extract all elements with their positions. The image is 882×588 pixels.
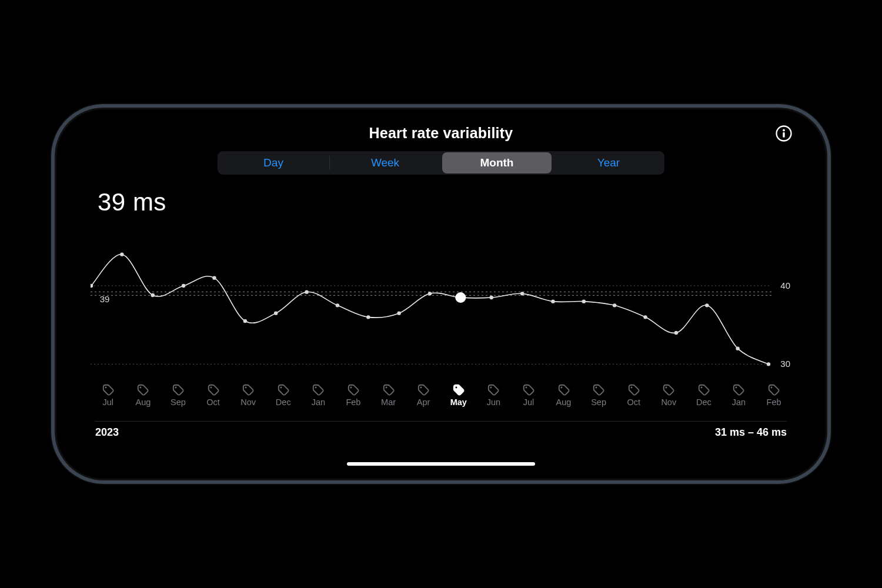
tag-icon — [312, 383, 325, 396]
svg-point-22 — [630, 387, 632, 389]
svg-point-1 — [783, 129, 785, 132]
time-range-segmented-control[interactable]: DayWeekMonthYear — [218, 151, 664, 175]
tag-icon — [136, 383, 149, 396]
svg-point-23 — [666, 387, 667, 389]
svg-point-10 — [210, 387, 212, 389]
data-point — [674, 331, 678, 335]
segment-day[interactable]: Day — [218, 151, 329, 175]
svg-point-11 — [245, 387, 247, 389]
svg-rect-2 — [783, 132, 784, 138]
tag-icon — [592, 383, 605, 396]
data-point — [767, 362, 770, 366]
svg-point-13 — [315, 387, 317, 389]
x-axis-item[interactable]: Nov — [652, 383, 687, 414]
x-axis-item[interactable]: Dec — [686, 383, 721, 414]
x-axis-label: Aug — [556, 397, 572, 407]
tag-icon — [382, 383, 395, 396]
x-axis-label: Sep — [171, 397, 186, 407]
svg-point-18 — [490, 387, 492, 389]
x-axis-label: Mar — [381, 397, 396, 407]
segment-label: Week — [371, 156, 399, 169]
tag-icon — [207, 383, 220, 396]
x-axis-item[interactable]: Aug — [546, 383, 582, 414]
x-axis-item[interactable]: Dec — [266, 383, 301, 414]
segment-week[interactable]: Week — [329, 151, 441, 175]
y-tick-label: 30 — [780, 359, 790, 369]
data-point — [705, 303, 709, 307]
x-axis-item[interactable]: Sep — [161, 383, 196, 414]
x-axis-item[interactable]: Jul — [91, 383, 126, 414]
segment-year[interactable]: Year — [553, 151, 664, 175]
info-button[interactable] — [775, 125, 793, 142]
home-indicator[interactable] — [347, 462, 535, 466]
svg-point-26 — [771, 387, 773, 389]
data-point — [736, 346, 739, 350]
x-axis-label: Jan — [732, 397, 746, 407]
x-axis-label: Dec — [276, 397, 291, 407]
svg-point-9 — [175, 387, 176, 389]
data-point — [582, 299, 586, 303]
svg-point-7 — [105, 387, 106, 389]
data-point — [490, 296, 493, 299]
tag-icon — [627, 383, 640, 396]
baseline-label: 39 — [100, 294, 110, 304]
segment-label: Month — [480, 156, 514, 169]
data-point — [151, 293, 155, 297]
data-point — [243, 319, 247, 323]
data-point — [551, 299, 554, 303]
tag-icon — [767, 383, 780, 396]
x-axis-label: Jan — [312, 397, 325, 407]
x-axis-item[interactable]: May — [441, 383, 476, 414]
phone-screen: Heart rate variability DayWeekMonthYear … — [62, 115, 820, 473]
x-axis-label: Dec — [696, 397, 711, 407]
tag-icon — [522, 383, 535, 396]
data-point — [182, 284, 185, 288]
tag-icon — [732, 383, 745, 396]
data-point — [336, 303, 339, 307]
tag-icon — [172, 383, 185, 396]
hrv-line-chart[interactable]: 403039 — [91, 239, 791, 380]
x-axis-item[interactable]: Jan — [721, 383, 757, 414]
x-axis-item[interactable]: Nov — [230, 383, 266, 414]
selected-data-point[interactable] — [455, 292, 466, 303]
x-axis-label: Nov — [240, 397, 256, 407]
x-axis-item[interactable]: Jul — [511, 383, 546, 414]
x-axis-item[interactable]: Feb — [336, 383, 371, 414]
data-point — [212, 276, 216, 279]
x-axis-item[interactable]: Oct — [196, 383, 231, 414]
phone-frame: Heart rate variability DayWeekMonthYear … — [56, 109, 826, 479]
x-axis-item[interactable]: Aug — [126, 383, 161, 414]
chart-footer: 2023 31 ms – 46 ms — [95, 421, 787, 439]
tag-icon — [452, 383, 465, 396]
tag-icon — [487, 383, 500, 396]
x-axis-label: Sep — [591, 397, 606, 407]
data-point — [613, 303, 616, 307]
x-axis-label: Jun — [487, 397, 500, 407]
x-axis-item[interactable]: Feb — [756, 383, 791, 414]
x-axis-item[interactable]: Jan — [301, 383, 336, 414]
x-axis-label: Apr — [417, 397, 430, 407]
svg-point-14 — [350, 387, 352, 389]
tag-icon — [347, 383, 360, 396]
svg-point-15 — [385, 387, 387, 389]
x-axis-label: Oct — [206, 397, 220, 407]
x-axis-label: Oct — [627, 397, 640, 407]
x-axis-label: May — [450, 397, 467, 407]
svg-point-20 — [560, 387, 562, 389]
tag-icon — [102, 383, 115, 396]
x-axis-item[interactable]: Sep — [581, 383, 616, 414]
svg-point-17 — [455, 387, 457, 389]
segment-month[interactable]: Month — [441, 151, 553, 175]
x-axis-label: Nov — [661, 397, 676, 407]
x-axis-item[interactable]: Apr — [406, 383, 441, 414]
segment-label: Day — [263, 156, 283, 169]
x-axis-item[interactable]: Jun — [476, 383, 512, 414]
current-value: 39 ms — [98, 188, 166, 216]
data-point — [428, 292, 432, 295]
x-axis-item[interactable]: Mar — [371, 383, 406, 414]
tag-icon — [557, 383, 570, 396]
data-point — [397, 311, 400, 315]
tag-icon — [697, 383, 710, 396]
x-axis-item[interactable]: Oct — [616, 383, 652, 414]
line-series — [91, 255, 769, 365]
